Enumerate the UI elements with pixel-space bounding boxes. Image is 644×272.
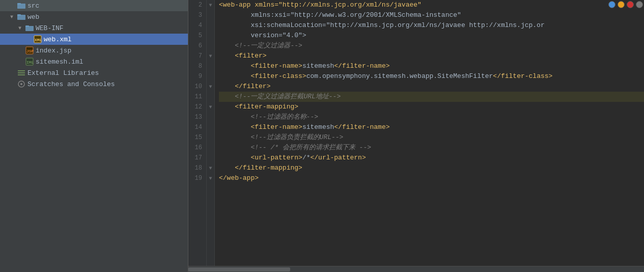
tree-label-sitemeshiml: sitemesh.iml	[36, 58, 83, 66]
code-line-18: </filter-mapping>	[219, 163, 644, 173]
fold-gutter: ▼▼▼▼▼▼	[207, 0, 215, 266]
fold-icon-15	[207, 132, 214, 143]
horizontal-scrollbar-area	[188, 266, 644, 272]
code-line-3: xmlns:xsi="http://www.w3.org/2001/XMLSch…	[219, 10, 644, 20]
code-line-15: <!--过滤器负责拦截的URL-->	[219, 132, 644, 143]
code-line-7: <filter>	[219, 51, 644, 61]
line-numbers: 2345678910111213141516171819	[188, 0, 207, 266]
code-line-10: </filter>	[219, 81, 644, 92]
tree-icon-indexjsp: JSP	[25, 46, 34, 55]
svg-point-16	[20, 83, 22, 85]
svg-rect-3	[17, 14, 21, 16]
tree-item-extlibs[interactable]: External Libraries	[0, 67, 188, 78]
line-number-16: 16	[192, 143, 202, 153]
svg-rect-5	[25, 25, 29, 27]
btn-blue[interactable]	[608, 1, 615, 8]
line-number-18: 18	[192, 163, 202, 173]
code-line-4: xsi:schemaLocation="http://xmlns.jcp.org…	[219, 20, 644, 31]
tree-label-indexjsp: index.jsp	[36, 47, 71, 55]
tree-icon-sitemeshiml: IML	[25, 58, 34, 66]
tree-label-scratches: Scratches and Consoles	[27, 80, 115, 88]
fold-icon-3	[207, 10, 214, 20]
svg-rect-13	[18, 72, 25, 73]
tree-item-webxml[interactable]: XML web.xml	[0, 34, 188, 45]
code-line-13: <!--过滤器的名称-->	[219, 112, 644, 122]
line-number-4: 4	[192, 20, 202, 31]
code-line-9: <filter-class>com.opensymphony.sitemesh.…	[219, 71, 644, 81]
line-number-8: 8	[192, 61, 202, 71]
code-line-6: <!--一定义过滤器-->	[219, 41, 644, 51]
code-line-12: <filter-mapping>	[219, 102, 644, 112]
code-line-14: <filter-name>sitemesh</filter-name>	[219, 122, 644, 132]
code-line-17: <url-pattern>/*</url-pattern>	[219, 153, 644, 163]
tree-item-sitemeshiml[interactable]: IML sitemesh.iml	[0, 56, 188, 67]
line-number-2: 2	[192, 0, 202, 10]
fold-icon-19[interactable]: ▼	[207, 173, 214, 183]
code-line-11: <!--一定义过滤器拦截URL地址-->	[219, 92, 644, 102]
line-number-10: 10	[192, 81, 202, 92]
code-line-16: <!-- /* 会把所有的请求拦截下来 -->	[219, 143, 644, 153]
svg-rect-1	[17, 3, 21, 5]
line-number-14: 14	[192, 122, 202, 132]
tree-icon-scratches	[17, 80, 25, 88]
code-editor: 2345678910111213141516171819 ▼▼▼▼▼▼ <web…	[188, 0, 644, 272]
fold-icon-2[interactable]: ▼	[207, 0, 214, 10]
tree-label-web: web	[27, 13, 39, 21]
btn-gray[interactable]	[636, 1, 643, 8]
fold-icon-4	[207, 20, 214, 31]
line-number-6: 6	[192, 41, 202, 51]
svg-text:IML: IML	[26, 60, 34, 65]
tree-label-extlibs: External Libraries	[27, 69, 99, 77]
svg-text:JSP: JSP	[26, 49, 34, 53]
tree-item-indexjsp[interactable]: JSP index.jsp	[0, 45, 188, 56]
tree-icon-web	[17, 13, 25, 21]
fold-icon-8	[207, 61, 214, 71]
code-line-8: <filter-name>sitemesh</filter-name>	[219, 61, 644, 71]
code-line-2: <web-app xmlns="http://xmlns.jcp.org/xml…	[219, 0, 644, 10]
file-tree: src▼ web▼ WEB-INF XML web.xml JSP index.…	[0, 0, 188, 272]
fold-icon-5	[207, 31, 214, 41]
fold-icon-13	[207, 112, 214, 122]
horizontal-scrollbar[interactable]	[188, 267, 644, 271]
svg-rect-12	[18, 70, 25, 71]
line-number-3: 3	[192, 10, 202, 20]
tree-item-src[interactable]: src	[0, 0, 188, 11]
fold-icon-17	[207, 153, 214, 163]
fold-icon-9	[207, 71, 214, 81]
fold-icon-6	[207, 41, 214, 51]
line-number-17: 17	[192, 153, 202, 163]
code-content[interactable]: <web-app xmlns="http://xmlns.jcp.org/xml…	[215, 0, 644, 266]
code-line-19: </web-app>	[219, 173, 644, 183]
tree-label-webinf: WEB-INF	[36, 24, 64, 32]
fold-icon-7[interactable]: ▼	[207, 51, 214, 61]
top-buttons	[607, 0, 644, 9]
tree-item-scratches[interactable]: Scratches and Consoles	[0, 78, 188, 90]
fold-icon-12[interactable]: ▼	[207, 102, 214, 112]
tree-icon-webinf	[25, 24, 34, 32]
code-line-5: version="4.0">	[219, 31, 644, 41]
line-number-13: 13	[192, 112, 202, 122]
btn-red[interactable]	[627, 1, 634, 8]
tree-icon-webxml: XML	[34, 35, 42, 43]
tree-label-webxml: web.xml	[44, 36, 72, 43]
tree-label-src: src	[27, 2, 39, 10]
line-number-7: 7	[192, 51, 202, 61]
svg-rect-14	[18, 74, 25, 75]
fold-icon-18[interactable]: ▼	[207, 163, 214, 173]
tree-item-web[interactable]: ▼ web	[0, 11, 188, 22]
line-number-15: 15	[192, 132, 202, 143]
tree-icon-extlibs	[17, 69, 25, 77]
tree-icon-src	[17, 2, 25, 10]
tree-arrow-web: ▼	[10, 14, 16, 20]
svg-text:XML: XML	[35, 38, 42, 42]
fold-icon-10[interactable]: ▼	[207, 81, 214, 92]
btn-orange[interactable]	[618, 1, 625, 8]
scrollbar-thumb[interactable]	[188, 267, 290, 271]
fold-icon-11	[207, 92, 214, 102]
line-number-19: 19	[192, 173, 202, 183]
tree-item-webinf[interactable]: ▼ WEB-INF	[0, 22, 188, 34]
line-number-9: 9	[192, 71, 202, 81]
line-number-11: 11	[192, 92, 202, 102]
fold-icon-16	[207, 143, 214, 153]
line-number-5: 5	[192, 31, 202, 41]
